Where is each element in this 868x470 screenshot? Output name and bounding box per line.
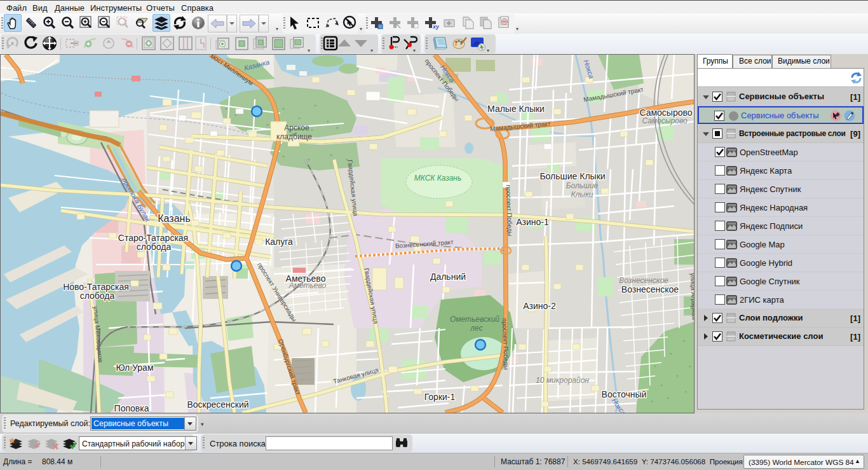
svg-text:Вознесенское: Вознесенское — [621, 284, 679, 294]
svg-text:Восточный: Восточный — [602, 389, 647, 399]
svg-text:xy: xy — [432, 24, 439, 30]
svg-text:Воскресенский: Воскресенский — [187, 399, 248, 410]
svg-text:10 микрорайон: 10 микрорайон — [536, 376, 589, 385]
svg-text:Юл Урам: Юл Урам — [116, 363, 153, 373]
svg-text:Азино-2: Азино-2 — [523, 301, 556, 311]
svg-text:Самосырово: Самосырово — [642, 116, 688, 125]
svg-text:Азино-1: Азино-1 — [516, 217, 549, 227]
svg-text:слобода: слобода — [80, 291, 115, 301]
svg-text:кладбище: кладбище — [276, 132, 312, 141]
svg-text:x: x — [11, 40, 14, 46]
svg-text:слобода: слобода — [137, 242, 172, 252]
svg-text:Аметьево: Аметьево — [286, 273, 326, 284]
svg-text:лес: лес — [470, 324, 482, 333]
svg-text:Арское: Арское — [284, 123, 309, 132]
svg-text:Малые Клыки: Малые Клыки — [487, 104, 545, 114]
svg-text:Большие: Большие — [566, 181, 599, 190]
svg-text:МКСК Казань: МКСК Казань — [414, 174, 462, 183]
svg-text:Клыки: Клыки — [571, 190, 593, 199]
svg-text:Вознесенское: Вознесенское — [619, 276, 668, 285]
svg-text:Казань: Казань — [158, 213, 190, 224]
svg-text:Горки-1: Горки-1 — [424, 392, 456, 402]
svg-text:Самосырово: Самосырово — [639, 107, 692, 118]
svg-text:Ометьевский: Ометьевский — [450, 315, 499, 324]
svg-text:Поповка: Поповка — [114, 403, 149, 413]
svg-text:Дальний: Дальний — [430, 272, 466, 282]
svg-text:Калуга: Калуга — [265, 237, 293, 247]
svg-text:Большие Клыки: Большие Клыки — [539, 171, 605, 181]
